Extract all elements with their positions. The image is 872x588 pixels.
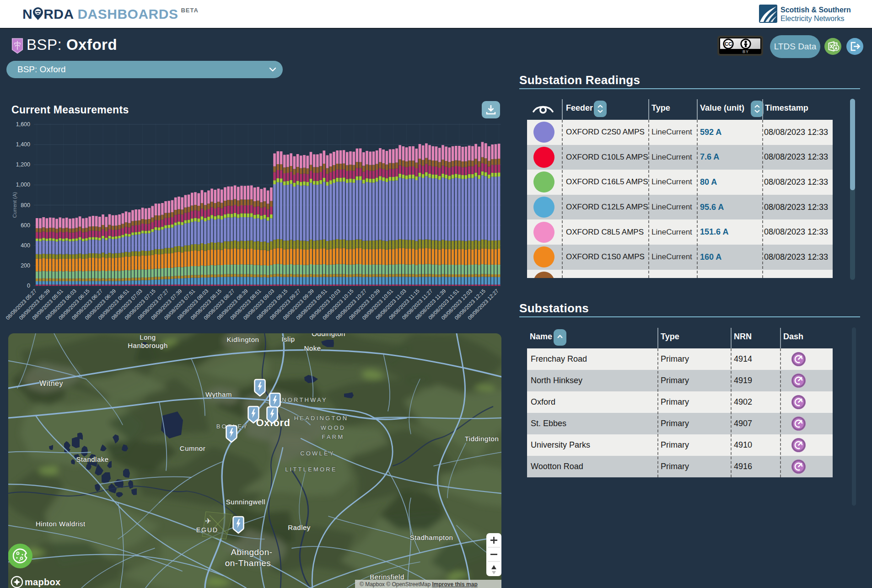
svg-text:Abingdon-: Abingdon- [231,547,272,557]
svg-text:800: 800 [21,202,30,208]
svg-text:1,400: 1,400 [16,141,30,148]
svg-text:Wytham: Wytham [205,390,232,398]
svg-text:Oddington: Oddington [312,333,345,337]
svg-text:on-Thames: on-Thames [225,558,271,568]
svg-text:1,000: 1,000 [16,182,30,188]
svg-text:Hanborough: Hanborough [128,342,168,349]
svg-text:Stadhampton: Stadhampton [410,534,453,541]
svg-text:1,200: 1,200 [16,161,30,168]
svg-text:Islip: Islip [281,335,295,343]
svg-text:Berinsfield: Berinsfield [370,573,404,581]
svg-text:EGUD: EGUD [196,526,218,534]
svg-text:mapbox: mapbox [25,577,60,587]
svg-text:200: 200 [21,262,30,269]
svg-text:1,600: 1,600 [16,121,30,128]
svg-text:WOOD: WOOD [321,424,346,431]
svg-text:COWLEY: COWLEY [300,450,335,457]
svg-text:© Mapbox © OpenStreetMap Impro: © Mapbox © OpenStreetMap Improve this ma… [360,581,478,588]
svg-text:Witney: Witney [39,380,63,387]
svg-text:HEADINGTON: HEADINGTON [294,415,348,422]
svg-text:Current (A): Current (A) [12,192,17,218]
svg-text:FARM: FARM [322,433,344,440]
svg-text:600: 600 [21,222,30,229]
svg-text:Standlake: Standlake [76,455,108,463]
svg-text:Tiddington: Tiddington [465,435,499,443]
svg-text:400: 400 [21,242,30,249]
svg-text:Cumnor: Cumnor [180,444,205,452]
svg-text:LITTLEMORE: LITTLEMORE [285,466,337,473]
svg-text:BY: BY [743,49,749,54]
svg-text:Noke: Noke [304,344,321,352]
svg-text:Hinton Waldrist: Hinton Waldrist [36,520,86,528]
svg-text:Radley: Radley [288,524,311,531]
svg-text:✈: ✈ [205,517,211,525]
svg-text:Sunningwell: Sunningwell [226,498,265,506]
svg-text:Kidlington: Kidlington [227,336,259,343]
svg-text:Long: Long [140,333,156,341]
svg-text:NORTHWAY: NORTHWAY [282,396,328,403]
svg-text:0: 0 [27,283,30,289]
svg-text:CC: CC [725,41,732,47]
